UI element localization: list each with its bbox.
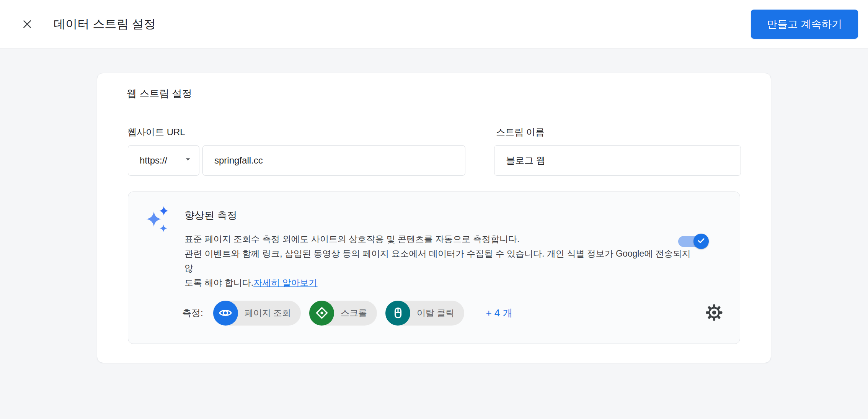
chip-outbound-clicks: 이탈 클릭	[385, 301, 464, 326]
more-count-link[interactable]: + 4 개	[486, 306, 512, 320]
website-url-input[interactable]	[202, 145, 465, 176]
scroll-icon	[309, 301, 334, 326]
chip-label: 이탈 클릭	[417, 307, 454, 319]
measurement-settings-button[interactable]	[704, 303, 724, 323]
learn-more-link[interactable]: 자세히 알아보기	[253, 278, 317, 288]
chip-scrolls: 스크롤	[309, 301, 377, 326]
measuring-row: 측정: 페이지 조회	[182, 300, 724, 326]
page-title: 데이터 스트림 설정	[54, 0, 156, 48]
check-icon	[696, 236, 706, 247]
website-url-label: 웹사이트 URL	[127, 126, 185, 138]
enhanced-measurement-description: 표준 페이지 조회수 측정 외에도 사이트의 상호작용 및 콘텐츠를 자동으로 …	[184, 232, 697, 290]
close-icon	[21, 18, 33, 31]
gear-icon	[705, 304, 723, 322]
enhanced-measurement-card: 향상된 측정 표준 페이지 조회수 측정 외에도 사이트의 상호작용 및 콘텐츠…	[128, 191, 740, 344]
chip-label: 페이지 조회	[245, 307, 291, 319]
protocol-select[interactable]: https://	[128, 145, 199, 176]
card-divider	[97, 114, 771, 114]
chip-label: 스크롤	[341, 307, 367, 319]
stream-name-label: 스트림 이름	[496, 126, 545, 138]
web-stream-settings-card: 웹 스트림 설정 웹사이트 URL 스트림 이름 https:// 향상된 측정…	[97, 73, 771, 363]
measuring-label: 측정:	[182, 307, 203, 319]
enhanced-measurement-toggle[interactable]	[678, 234, 706, 249]
chevron-down-icon	[183, 154, 193, 167]
card-title: 웹 스트림 설정	[127, 73, 192, 114]
sparkle-icon	[145, 206, 170, 234]
close-button[interactable]	[19, 16, 35, 33]
create-and-continue-button[interactable]: 만들고 계속하기	[751, 10, 858, 39]
protocol-value: https://	[140, 155, 167, 166]
stream-name-input[interactable]	[494, 145, 741, 176]
data-stream-setup-screen: 데이터 스트림 설정 만들고 계속하기 웹 스트림 설정 웹사이트 URL 스트…	[0, 0, 868, 419]
measurement-divider	[184, 291, 724, 291]
chip-page-views: 페이지 조회	[213, 301, 301, 326]
enhanced-measurement-title: 향상된 측정	[184, 209, 237, 222]
toggle-thumb	[693, 234, 709, 249]
top-bar: 데이터 스트림 설정 만들고 계속하기	[0, 0, 868, 48]
eye-icon	[213, 301, 238, 326]
mouse-icon	[385, 301, 410, 326]
